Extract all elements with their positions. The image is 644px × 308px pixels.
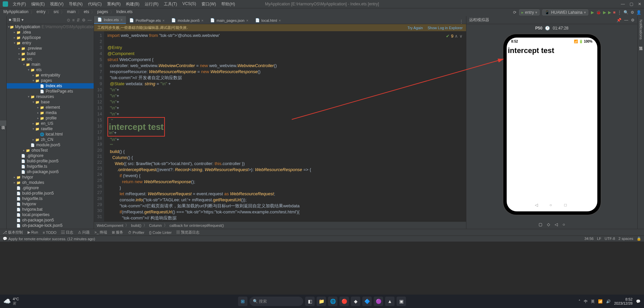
tree-node[interactable]: ▸📁.idea: [7, 30, 94, 35]
tray-ime1[interactable]: 中: [584, 299, 588, 304]
locate-icon[interactable]: ⊙: [67, 18, 70, 22]
home-icon[interactable]: ○: [562, 222, 565, 227]
menu-item[interactable]: 帮助(H): [219, 1, 237, 7]
pin-icon[interactable]: 📌: [616, 18, 622, 22]
nav-back-icon[interactable]: ◁: [535, 203, 540, 207]
tree-node[interactable]: ▾📁main: [7, 62, 94, 67]
chrome-icon[interactable]: 🔴: [339, 297, 349, 306]
app-icon[interactable]: ▲: [385, 297, 395, 306]
run-icon[interactable]: ▶: [591, 10, 594, 15]
start-button[interactable]: ⊞: [238, 297, 247, 306]
menu-item[interactable]: 编辑(E): [29, 1, 47, 7]
tree-node[interactable]: ▾📁rawfile: [7, 126, 94, 132]
menu-item[interactable]: 视图(V): [48, 1, 65, 7]
tree-node[interactable]: 📄hvigorfile.ts: [7, 196, 94, 201]
tree-node[interactable]: 📄build-profile.json5: [7, 191, 94, 196]
coverage-icon[interactable]: ▶: [608, 10, 611, 15]
tree-node[interactable]: 📄ProfilePage.ets: [7, 89, 94, 94]
crumb[interactable]: src: [53, 9, 59, 15]
tree-node[interactable]: ▸📁entryability: [7, 72, 94, 78]
bottom-tool[interactable]: ⊞ 服务: [112, 230, 123, 235]
tree-node[interactable]: ▸📁build: [7, 51, 94, 56]
status-field[interactable]: LF: [597, 237, 601, 241]
tree-node[interactable]: ▸📁oh_modules: [7, 180, 94, 185]
sync-icon[interactable]: ⟳: [513, 10, 516, 15]
device-dropdown[interactable]: 📱HUAWEI Lahaina▾: [542, 9, 588, 15]
rail-project[interactable]: 项目: [0, 120, 6, 126]
tab-close-icon[interactable]: ×: [201, 18, 203, 22]
hide-icon[interactable]: —: [88, 18, 92, 22]
rotate-icon[interactable]: ◇: [547, 222, 550, 227]
collapse-icon[interactable]: ⇵: [77, 18, 80, 22]
bottom-tool[interactable]: ⚠ 问题: [78, 230, 90, 235]
menu-item[interactable]: 代码(C): [86, 1, 104, 7]
bottom-tool[interactable]: ⎇ 版本控制: [3, 230, 23, 235]
bottom-tool[interactable]: {} Code Linter: [149, 230, 172, 235]
tree-node[interactable]: ▸📁profile: [7, 115, 94, 121]
menu-item[interactable]: 构建(B): [124, 1, 141, 7]
editor-tab[interactable]: 📄module.json5×: [168, 17, 207, 24]
system-tray[interactable]: ˄ 中 英 📶 🔊 8:522023/12/28 💬: [579, 297, 641, 305]
tree-node[interactable]: ▸📁hvigor: [7, 174, 94, 180]
crumb[interactable]: main: [66, 9, 76, 15]
emulator-gear-icon[interactable]: ⚙: [631, 18, 635, 22]
tab-close-icon[interactable]: ×: [121, 18, 123, 22]
tray-wifi-icon[interactable]: 📶: [598, 299, 603, 304]
tree-node[interactable]: 📄.gitignore: [7, 185, 94, 191]
editor-tab[interactable]: 📄ProfilePage.ets×: [126, 17, 168, 24]
tree-node[interactable]: ▸📁ohosTest: [7, 148, 94, 153]
bottom-tool[interactable]: >_ 终端: [94, 230, 107, 235]
tree-node[interactable]: 📄oh-package-lock.json5: [7, 223, 94, 228]
stop-icon[interactable]: ■: [613, 10, 615, 15]
minimize-icon[interactable]: —: [621, 2, 625, 6]
struct-crumb[interactable]: build(): [131, 223, 141, 227]
tree-node[interactable]: 📄build-profile.json5: [7, 158, 94, 164]
menu-item[interactable]: 导航(N): [67, 1, 85, 7]
editor-tab[interactable]: 📄Index.ets×: [94, 16, 126, 24]
tree-node[interactable]: ▾📁ets: [7, 67, 94, 72]
back-icon[interactable]: ◁: [555, 222, 558, 227]
menu-item[interactable]: 重构(R): [105, 1, 123, 7]
tree-node[interactable]: ▾📁entry: [7, 40, 94, 46]
bottom-tool[interactable]: ≡ TODO: [43, 230, 56, 235]
tree-node[interactable]: ▾📁resources: [7, 94, 94, 99]
attach-icon[interactable]: ▶: [603, 10, 606, 15]
taskbar-search[interactable]: 🔍 搜索: [249, 297, 303, 306]
tree-node[interactable]: ▸📁element: [7, 105, 94, 110]
status-field[interactable]: 34:56: [584, 237, 594, 241]
bottom-tool[interactable]: ▥ 预览器日志: [176, 230, 199, 235]
tree-node[interactable]: 📄oh-package.json5: [7, 217, 94, 223]
tree-node[interactable]: 📄hvigorw.bat: [7, 207, 94, 212]
vs-icon[interactable]: 🟣: [374, 297, 383, 306]
nav-recent-icon[interactable]: □: [564, 203, 569, 207]
struct-crumb[interactable]: WebComponent: [97, 223, 123, 227]
tree-node[interactable]: ▾📁pages: [7, 78, 94, 83]
taskview-icon[interactable]: ◧: [305, 297, 315, 306]
tree-node[interactable]: 📄local.properties: [7, 212, 94, 217]
more-icon[interactable]: ⋮: [617, 10, 622, 15]
source-code[interactable]: import web_webview from "tok-str">'@ohos…: [104, 31, 466, 221]
tray-chevron-icon[interactable]: ˄: [579, 299, 581, 304]
tree-node[interactable]: ▸📁media: [7, 110, 94, 115]
menu-item[interactable]: 运行(R): [143, 1, 160, 7]
tab-close-icon[interactable]: ×: [246, 18, 248, 22]
bottom-tool[interactable]: ▶ Run: [28, 230, 38, 235]
debug-icon[interactable]: 🐞: [596, 10, 601, 15]
banner-show-log[interactable]: Show Log in Explorer: [427, 26, 463, 30]
problems-widget[interactable]: ✔9∧ ∨: [446, 33, 463, 39]
tree-node[interactable]: ▸📁zh_CN: [7, 137, 94, 142]
tree-node[interactable]: 📄.gitignore: [7, 153, 94, 158]
tree-node[interactable]: ▾📁base: [7, 99, 94, 105]
gear-icon[interactable]: ⚙: [82, 18, 86, 22]
tab-close-icon[interactable]: ×: [163, 18, 165, 22]
rail-notifications[interactable]: Notifications: [638, 17, 644, 42]
settings-icon[interactable]: ⚙: [631, 10, 634, 15]
avatar-icon[interactable]: 👤: [636, 10, 641, 15]
tree-node[interactable]: 📄hvigorw: [7, 201, 94, 207]
crumb[interactable]: pages: [96, 9, 109, 15]
tray-volume-icon[interactable]: 🔊: [606, 299, 611, 304]
menu-item[interactable]: 窗口(W): [199, 1, 218, 7]
phone-navbar[interactable]: ◁ ○ □: [535, 203, 569, 207]
struct-crumb[interactable]: Column: [149, 223, 162, 227]
crumb[interactable]: Index.ets: [116, 9, 133, 15]
